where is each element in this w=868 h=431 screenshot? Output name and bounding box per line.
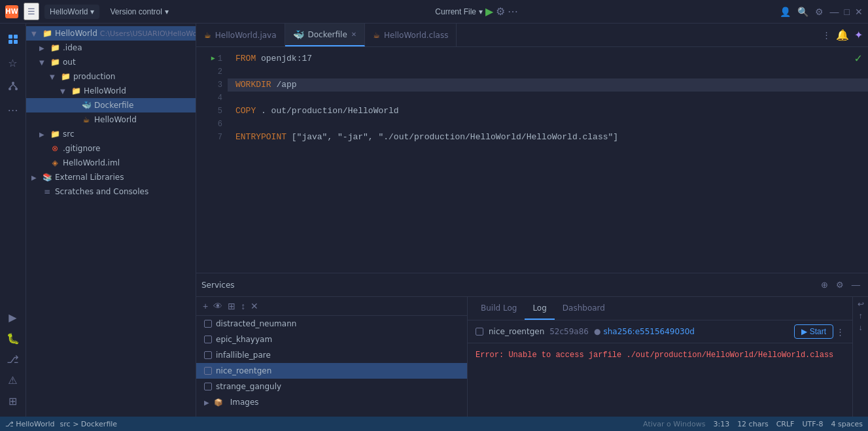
maximize-button[interactable]: □ — [844, 7, 850, 17]
tab-helloworld-java[interactable]: ☕ HelloWorld.java — [196, 24, 285, 46]
tree-chevron-idea: ▶ — [39, 44, 50, 52]
services-panel: Services ⊕ ⚙ — + 👁 ⊞ ↕ ✕ — [196, 273, 868, 417]
log-sha-value: sha256:e5515649030d — [603, 327, 695, 336]
keyword-copy: COPY — [235, 106, 256, 116]
collapse-services-button[interactable]: — — [849, 279, 863, 291]
code-content[interactable]: FROM openjdk:17 WORKDIR /app COPY . out/… — [228, 47, 868, 273]
service-item-strange-ganguly[interactable]: strange_ganguly — [196, 379, 467, 394]
version-control-dropdown[interactable]: Version control ▾ — [105, 5, 173, 19]
status-encoding[interactable]: UTF-8 — [802, 420, 823, 428]
log-right-sidebar: ↩ ↑ ↓ — [852, 297, 868, 417]
tree-item-dockerfile[interactable]: 🐳 Dockerfile — [26, 98, 196, 112]
tab-log[interactable]: Log — [525, 297, 554, 320]
tree-item-helloworld-folder[interactable]: ▼ 📁 HelloWorld — [26, 84, 196, 98]
expand-all-button[interactable]: ⊕ — [818, 279, 831, 291]
tree-chevron-helloworld-folder: ▼ — [60, 88, 71, 95]
main-content: ☆ ⋯ ▶ 🐛 ⎇ ⚠ ⊞ ▼ 📁 HelloWorld C:\Users\US… — [0, 24, 868, 417]
svg-rect-3 — [14, 40, 18, 44]
status-line-ending[interactable]: CRLF — [776, 420, 795, 428]
run-button[interactable]: ▶ — [485, 5, 493, 18]
close-services-button[interactable]: ✕ — [249, 300, 260, 313]
code-editor[interactable]: ▶ 1 2 3 4 5 6 7 FROM openjdk:17 WORKDIR … — [196, 47, 868, 273]
status-branch[interactable]: ⎇ HelloWorld — [5, 420, 55, 428]
group-button[interactable]: ⊞ — [226, 300, 237, 313]
log-sidebar-down-button[interactable]: ↓ — [859, 323, 863, 332]
eye-button[interactable]: 👁 — [212, 300, 224, 313]
tree-item-idea[interactable]: ▶ 📁 .idea — [26, 41, 196, 55]
service-item-images[interactable]: ▶ 📦 Images — [196, 394, 467, 410]
service-label-strange-ganguly: strange_ganguly — [216, 382, 281, 391]
log-panel: Build Log Log Dashboard nice_roentgen 52… — [468, 297, 852, 417]
service-item-distracted-neumann[interactable]: distracted_neumann — [196, 316, 467, 332]
minimize-button[interactable]: — — [830, 7, 839, 17]
debug-button[interactable]: ⚙ — [496, 5, 505, 18]
tree-item-gitignore[interactable]: ⊗ .gitignore — [26, 141, 196, 156]
checkbox-epic-khayyam[interactable] — [204, 336, 212, 343]
tab-dashboard[interactable]: Dashboard — [555, 297, 613, 320]
service-label-epic-khayyam: epic_khayyam — [216, 335, 272, 344]
svg-line-7 — [10, 84, 13, 88]
tree-item-external-libs[interactable]: ▶ 📚 External Libraries — [26, 170, 196, 184]
add-service-button[interactable]: + — [201, 300, 209, 313]
status-indent[interactable]: 4 spaces — [831, 420, 863, 428]
sort-button[interactable]: ↕ — [239, 300, 247, 313]
tree-label-gitignore: .gitignore — [63, 144, 100, 153]
sidebar-icon-git[interactable]: ⊞ — [3, 390, 24, 411]
checkbox-infallible-pare[interactable] — [204, 351, 212, 359]
service-item-infallible-pare[interactable]: infallible_pare — [196, 347, 467, 363]
sidebar-icon-vcs[interactable]: ⎇ — [3, 349, 24, 370]
profile-button[interactable]: 👤 — [780, 7, 791, 17]
tree-item-helloworld-class[interactable]: ☕ HelloWorld — [26, 112, 196, 127]
settings-services-button[interactable]: ⚙ — [833, 279, 846, 291]
tabs-more-button[interactable]: ⋮ — [822, 30, 831, 40]
tab-build-log[interactable]: Build Log — [473, 297, 525, 320]
class-icon-helloworld: ☕ — [81, 114, 92, 125]
run-gutter-1[interactable]: ▶ — [211, 52, 215, 65]
log-sha: ● sha256:e5515649030d — [594, 327, 695, 336]
service-item-nice-roentgen[interactable]: nice_roentgen — [196, 363, 467, 379]
sidebar-icon-more[interactable]: ⋯ — [3, 99, 24, 120]
settings-button[interactable]: ⚙ — [815, 7, 824, 17]
notifications-button[interactable]: 🔔 — [836, 29, 849, 41]
more-actions-button[interactable]: ⋯ — [508, 5, 518, 18]
log-sidebar-wrap-button[interactable]: ↩ — [858, 300, 864, 309]
status-position[interactable]: 3:13 — [713, 420, 729, 428]
tab-dockerfile[interactable]: 🐳 Dockerfile ✕ — [285, 24, 366, 46]
start-button[interactable]: ▶ Start — [794, 324, 833, 339]
svg-rect-1 — [14, 35, 18, 39]
close-button[interactable]: ✕ — [855, 7, 863, 17]
ai-assistant-button[interactable]: ✦ — [854, 29, 863, 41]
line-number-5: 5 — [196, 105, 222, 118]
editor-area: ☕ HelloWorld.java 🐳 Dockerfile ✕ ☕ Hello… — [196, 24, 868, 417]
checkbox-nice-roentgen[interactable] — [204, 367, 212, 375]
sidebar-icon-problems[interactable]: ⚠ — [3, 370, 24, 390]
tab-close-dockerfile[interactable]: ✕ — [351, 31, 356, 38]
project-dropdown[interactable]: HelloWorld ▾ — [44, 5, 99, 19]
log-sidebar-up-button[interactable]: ↑ — [859, 311, 863, 320]
checkbox-strange-ganguly[interactable] — [204, 383, 212, 390]
scratches-icon: ≡ — [42, 186, 52, 197]
log-more-button[interactable]: ⋮ — [836, 327, 844, 337]
search-button[interactable]: 🔍 — [797, 7, 808, 17]
tree-path-root: C:\Users\USUARIO\HelloWorld — [100, 29, 196, 38]
folder-icon-production: 📁 — [60, 71, 71, 82]
sidebar-icon-structure[interactable] — [3, 76, 24, 97]
tree-item-iml[interactable]: ◈ HelloWorld.iml — [26, 156, 196, 170]
sidebar-icon-debug[interactable]: 🐛 — [3, 328, 24, 349]
hamburger-menu[interactable]: ☰ — [24, 3, 39, 20]
tree-item-root[interactable]: ▼ 📁 HelloWorld C:\Users\USUARIO\HelloWor… — [26, 26, 196, 41]
tab-helloworld-class[interactable]: ☕ HelloWorld.class — [365, 24, 457, 46]
checkbox-distracted-neumann[interactable] — [204, 320, 212, 328]
current-file-dropdown[interactable]: Current File ▾ — [435, 7, 483, 16]
tree-item-src[interactable]: ▶ 📁 src — [26, 127, 196, 141]
code-workdir-value: /app — [271, 80, 297, 90]
tree-item-production[interactable]: ▼ 📁 production — [26, 69, 196, 84]
tree-item-out[interactable]: ▼ 📁 out — [26, 55, 196, 69]
log-container-checkbox[interactable] — [476, 328, 483, 336]
sidebar-icon-bookmarks[interactable]: ☆ — [3, 52, 24, 73]
code-copy-value: . out/production/HelloWorld — [256, 106, 398, 116]
tree-item-scratches[interactable]: ≡ Scratches and Consoles — [26, 184, 196, 199]
sidebar-icon-run[interactable]: ▶ — [3, 307, 24, 328]
sidebar-icon-project[interactable] — [3, 29, 24, 50]
service-item-epic-khayyam[interactable]: epic_khayyam — [196, 332, 467, 347]
